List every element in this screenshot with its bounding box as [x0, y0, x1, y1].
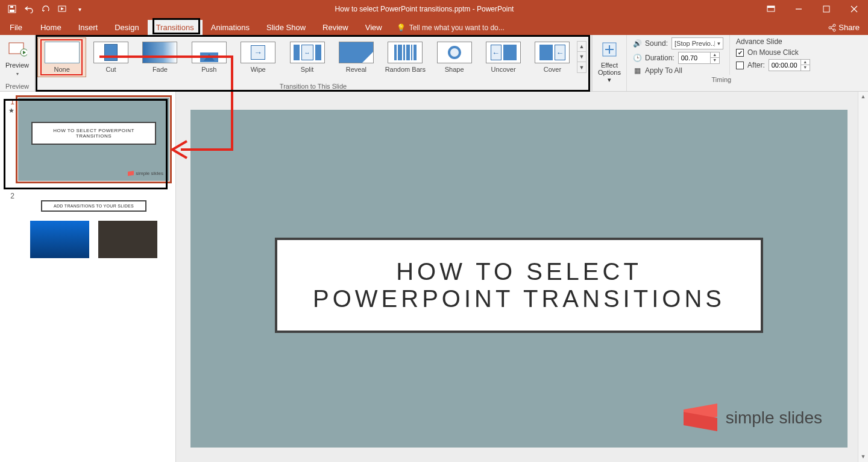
transition-cover[interactable]: ←Cover [528, 37, 577, 77]
svg-rect-2 [10, 6, 13, 8]
after-checkbox-row[interactable]: After: ▲▼ [736, 59, 810, 71]
duration-row: 🕒 Duration: ▲▼ [633, 52, 723, 64]
tab-file[interactable]: File [0, 20, 32, 35]
tab-animations[interactable]: Animations [203, 20, 258, 35]
sound-label: Sound: [645, 39, 668, 48]
tab-insert[interactable]: Insert [70, 20, 107, 35]
gallery-more-icon[interactable]: ▼ [577, 62, 586, 72]
tab-design[interactable]: Design [106, 20, 147, 35]
save-icon[interactable] [7, 4, 17, 14]
title-bar: ▾ How to select PowerPoint transitions.p… [0, 0, 868, 18]
redo-icon[interactable] [41, 4, 51, 14]
thumb-number-1: 1 [10, 98, 14, 106]
thumb-number-2: 2 [10, 192, 14, 200]
gallery-scroll[interactable]: ▲▼▼ [577, 41, 587, 73]
slide-title-text: HOW TO SELECT POWERPOINT TRANSITIONS [295, 258, 743, 312]
start-from-beginning-icon[interactable] [58, 4, 68, 14]
duration-spinner[interactable]: ▲▼ [678, 52, 720, 64]
transition-random-bars[interactable]: Random Bars [381, 37, 430, 77]
checkbox-checked-icon: ✔ [736, 49, 744, 57]
svg-rect-5 [767, 6, 775, 8]
logo-text: simple slides [726, 408, 822, 428]
on-mouse-click-checkbox[interactable]: ✔ On Mouse Click [736, 48, 810, 57]
annotation-arrow-head [170, 140, 188, 159]
current-slide[interactable]: HOW TO SELECT POWERPOINT TRANSITIONS sim… [190, 110, 848, 448]
vertical-scrollbar[interactable]: ▲ ▼ [858, 92, 868, 462]
transition-shape[interactable]: Shape [430, 37, 479, 77]
duration-label: Duration: [645, 54, 675, 62]
tab-transitions[interactable]: Transitions [148, 20, 203, 35]
transition-reveal[interactable]: Reveal [332, 37, 380, 77]
sound-row: 🔊 Sound: [Stop Previo...▼ [633, 37, 723, 49]
workspace: 1★ HOW TO SELECT POWERPOINT TRANSITIONS … [0, 92, 868, 462]
apply-all-label: Apply To All [645, 66, 682, 75]
tab-view[interactable]: View [357, 20, 391, 35]
transition-none[interactable]: None [37, 37, 86, 77]
tab-home[interactable]: Home [32, 20, 70, 35]
tab-review[interactable]: Review [314, 20, 357, 35]
spin-down-icon[interactable]: ▼ [801, 65, 810, 71]
effect-options-button[interactable]: Effect Options ▾ [596, 37, 623, 83]
thumb1-logo: simple slides [128, 171, 163, 176]
animation-star-icon: ★ [8, 107, 14, 114]
quick-access-toolbar: ▾ [0, 4, 92, 14]
svg-rect-7 [823, 6, 829, 12]
thumbnail-1[interactable]: 1★ HOW TO SELECT POWERPOINT TRANSITIONS … [6, 98, 169, 181]
svg-line-14 [831, 28, 834, 30]
advance-slide-heading: Advance Slide [736, 37, 810, 46]
checkbox-unchecked-icon [736, 62, 744, 69]
maximize-button[interactable] [813, 0, 840, 18]
scroll-down-icon[interactable]: ▼ [858, 452, 868, 462]
chevron-down-icon: ▼ [714, 41, 723, 46]
share-icon [828, 24, 836, 32]
thumb2-image-2 [98, 221, 157, 258]
undo-icon[interactable] [24, 4, 34, 14]
thumbnail-2[interactable]: 2 ADD TRANSITIONS TO YOUR SLIDES [6, 192, 169, 264]
chevron-down-icon: ▾ [16, 71, 19, 77]
tell-me-placeholder: Tell me what you want to do... [409, 24, 505, 32]
gallery-up-icon[interactable]: ▲ [577, 42, 586, 52]
ribbon-tabs: File Home Insert Design Transitions Anim… [0, 18, 868, 35]
transition-wipe[interactable]: →Wipe [234, 37, 283, 77]
group-preview-label: Preview [0, 81, 34, 91]
gallery-down-icon[interactable]: ▼ [577, 52, 586, 62]
tab-slideshow[interactable]: Slide Show [258, 20, 314, 35]
spin-up-icon[interactable]: ▲ [801, 60, 810, 65]
preview-label: Preview [5, 62, 29, 69]
effect-options-icon [600, 40, 619, 59]
preview-icon [8, 40, 27, 59]
ribbon-display-icon[interactable] [757, 0, 785, 18]
after-spinner[interactable]: ▲▼ [769, 59, 810, 71]
preview-button[interactable]: Preview ▾ [4, 37, 31, 77]
close-button[interactable] [840, 0, 868, 18]
sound-combo[interactable]: [Stop Previo...▼ [671, 37, 723, 49]
window-title: How to select PowerPoint transitions.ppt… [92, 5, 757, 13]
qat-customize-icon[interactable]: ▾ [75, 4, 84, 14]
spin-up-icon[interactable]: ▲ [711, 52, 719, 58]
scroll-up-icon[interactable]: ▲ [858, 92, 868, 102]
lightbulb-icon: 💡 [397, 24, 406, 32]
share-button[interactable]: Share [819, 20, 868, 35]
annotation-arrow-line-h2 [181, 148, 233, 151]
svg-line-13 [831, 26, 834, 27]
thumb2-image-1 [30, 221, 89, 258]
annotation-arrow-line-h1 [99, 55, 233, 58]
share-label: Share [838, 23, 860, 32]
slide-thumbnails-panel: 1★ HOW TO SELECT POWERPOINT TRANSITIONS … [0, 92, 176, 462]
sound-icon: 🔊 [633, 39, 641, 48]
tell-me-search[interactable]: 💡 Tell me what you want to do... [391, 21, 511, 35]
transition-uncover[interactable]: ←Uncover [479, 37, 527, 77]
effect-options-label: Effect Options ▾ [596, 62, 623, 83]
minimize-button[interactable] [785, 0, 813, 18]
apply-to-all-button[interactable]: ▦ Apply To All [633, 66, 723, 75]
slide-canvas: HOW TO SELECT POWERPOINT TRANSITIONS sim… [176, 92, 868, 462]
transition-split[interactable]: ↔Split [283, 37, 332, 77]
group-transition-label: Transition to This Slide [35, 81, 591, 91]
annotation-arrow-line-v [231, 55, 233, 151]
group-timing-label: Timing [627, 75, 816, 84]
spin-down-icon[interactable]: ▼ [711, 58, 719, 63]
svg-rect-1 [10, 10, 14, 12]
transition-gallery: None Cut Fade Push →Wipe ↔Split Reveal R… [35, 35, 591, 81]
slide-logo: simple slides [684, 407, 822, 429]
slide-title-box[interactable]: HOW TO SELECT POWERPOINT TRANSITIONS [275, 238, 763, 333]
